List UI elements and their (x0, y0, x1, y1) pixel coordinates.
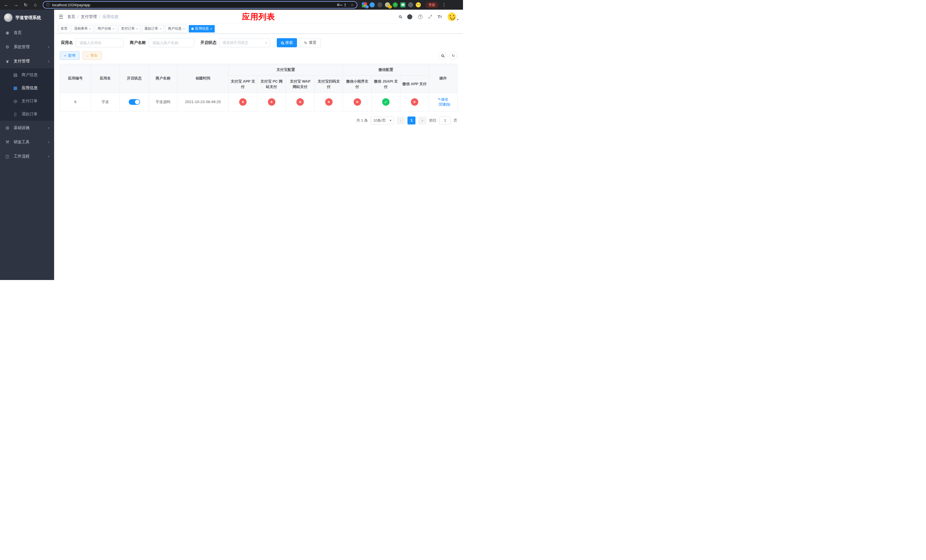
share-icon[interactable]: ↥ (343, 3, 346, 7)
extension-drop-icon[interactable] (369, 2, 375, 8)
cell-wechat-mini (343, 92, 372, 111)
bookmark-star-icon[interactable]: ☆ (351, 3, 354, 7)
breadcrumb-section[interactable]: 支付管理 (81, 14, 97, 20)
delete-button[interactable]: ⌧删除 (439, 102, 451, 106)
sidebar-item-dev-tools[interactable]: ⚒ 研发工具 ∨ (0, 135, 54, 149)
address-bar[interactable]: ⓘ localhost:1024/pay/app ↥ ☆ (43, 1, 357, 9)
tab-user-group[interactable]: 用户分组 × (95, 25, 117, 32)
tab-pay-order[interactable]: 支付订单 × (118, 25, 141, 32)
status-toggle[interactable] (129, 99, 140, 105)
edit-button[interactable]: ✎修改 (438, 97, 448, 101)
search-icon (441, 54, 444, 57)
sidebar-fold-icon[interactable]: ☰ (59, 14, 63, 20)
reset-button-label: 重置 (309, 40, 316, 45)
tab-home[interactable]: 首页 (58, 25, 70, 32)
export-button[interactable]: ↓ 导出 (83, 51, 102, 60)
sidebar-logo-row[interactable]: 芋道管理系统 (0, 10, 54, 26)
tab-process-form[interactable]: 流程表单 × (71, 25, 94, 32)
sidebar-item-workflow[interactable]: ◫ 工作流程 ∨ (0, 149, 54, 163)
toggle-search-button[interactable] (439, 51, 446, 59)
user-menu[interactable]: ▾ (448, 12, 458, 21)
extension-emoji-icon[interactable] (416, 2, 421, 8)
browser-menu-icon[interactable]: ⋮ (440, 2, 448, 8)
sidebar-item-infrastructure[interactable]: ⊞ 基础设施 ∨ (0, 121, 54, 135)
tab-refund-order[interactable]: 退款订单 × (142, 25, 164, 32)
sidebar-item-home[interactable]: ◉ 首页 (0, 26, 54, 40)
github-icon[interactable] (407, 14, 412, 20)
content: 应用名 商户名称 开启状态 请选择开启状态 ▾ 搜索 ↻ 重置 (54, 33, 463, 280)
cell-merchant: 芋道源码 (149, 92, 177, 111)
back-button[interactable]: ← (2, 1, 10, 9)
close-icon[interactable]: × (89, 27, 91, 30)
extension-avatar-icon[interactable]: 1 (385, 2, 390, 8)
chevron-down-icon: ∨ (48, 45, 50, 48)
next-page-button[interactable]: › (418, 117, 426, 124)
col-app-id: 应用编号 (60, 64, 91, 93)
extension-blocks-icon[interactable]: 10 (362, 2, 367, 8)
goto-page-input[interactable] (439, 117, 451, 124)
app-table: 应用编号 应用名 开启状态 商户名称 创建时间 支付宝配置 微信配置 操作 支付… (60, 64, 458, 111)
chrome-update-button[interactable]: 更新 (425, 2, 439, 8)
home-button[interactable]: ⌂ (31, 1, 39, 9)
logo-image (4, 14, 12, 22)
url-text[interactable]: localhost:1024/pay/app (52, 3, 335, 7)
extension-green-check-icon[interactable] (393, 2, 398, 8)
sidebar-item-payment[interactable]: ¥ 支付管理 ∧ (0, 54, 54, 68)
app-name-input[interactable] (76, 38, 124, 47)
close-icon[interactable]: × (136, 27, 138, 30)
extension-chat-icon[interactable] (400, 2, 406, 8)
status-cross-icon (325, 98, 333, 106)
page-size-select[interactable]: 10条/页 ▾ (371, 117, 394, 124)
app-title: 芋道管理系统 (15, 15, 41, 21)
font-size-icon[interactable]: TT (438, 14, 442, 19)
sidebar-item-system[interactable]: ⚙ 系统管理 ∨ (0, 40, 54, 54)
chevron-down-icon: ∨ (48, 141, 50, 144)
merchant-name-input[interactable] (149, 38, 194, 47)
edit-label: 修改 (441, 97, 448, 101)
fullscreen-icon[interactable]: ⤢ (428, 14, 432, 20)
breadcrumb-home[interactable]: 首页 (67, 14, 75, 20)
status-cross-icon (297, 98, 304, 106)
tools-icon: ⚒ (5, 139, 10, 145)
extension-dark-icon[interactable] (377, 2, 383, 8)
sidebar-item-app-info[interactable]: ▦ 应用信息 (0, 82, 54, 95)
sidebar-item-pay-order[interactable]: ◎ 支付订单 (0, 95, 54, 107)
close-icon[interactable]: × (183, 27, 185, 30)
help-icon[interactable]: ? (418, 15, 422, 19)
status-select[interactable]: 请选择开启状态 ▾ (219, 38, 270, 47)
chevron-down-icon: ∨ (48, 155, 50, 158)
sidebar-item-merchant-info[interactable]: ▤ 商户信息 (0, 68, 54, 82)
search-icon (281, 42, 284, 44)
sidebar-item-refund-order[interactable]: ▯ 退款订单 (0, 107, 54, 121)
browser-chrome: ← → ↻ ⌂ ⓘ localhost:1024/pay/app ↥ ☆ 10 … (0, 0, 463, 10)
refresh-table-button[interactable]: ↻ (449, 51, 457, 59)
avatar[interactable] (448, 12, 456, 21)
sidebar-item-label: 系统管理 (14, 44, 30, 50)
tab-app-info[interactable]: 应用信息 × (189, 25, 215, 32)
sidebar-item-label: 研发工具 (14, 139, 30, 145)
prev-page-button[interactable]: ‹ (396, 117, 405, 124)
tag-bar: 首页 流程表单 × 用户分组 × 支付订单 × 退款订单 × 商户信息 × (54, 24, 463, 33)
search-button[interactable]: 搜索 (277, 38, 297, 47)
password-key-icon[interactable] (337, 4, 339, 6)
add-button[interactable]: + 新增 (60, 51, 80, 60)
forward-button[interactable]: → (12, 1, 20, 9)
reset-button[interactable]: ↻ 重置 (300, 38, 321, 47)
extension-puzzle-icon[interactable] (408, 2, 413, 8)
payment-submenu: ▤ 商户信息 ▦ 应用信息 ◎ 支付订单 ▯ 退款订单 (0, 68, 54, 121)
close-icon[interactable]: × (210, 27, 212, 30)
close-icon[interactable]: × (159, 27, 161, 30)
col-alipay-pc: 支付宝 PC 网站支付 (257, 76, 286, 92)
chevron-down-icon: ∨ (48, 127, 50, 129)
tab-merchant-info[interactable]: 商户信息 × (165, 25, 188, 32)
gear-icon: ⚙ (5, 44, 10, 50)
site-info-icon[interactable]: ⓘ (46, 2, 50, 8)
table-row: 6 芋道 芋道源码 2021-10-23 08:49:25 (60, 92, 458, 111)
table-toolbar: + 新增 ↓ 导出 ↻ (60, 51, 457, 60)
search-icon[interactable] (399, 15, 401, 18)
reload-button[interactable]: ↻ (22, 1, 30, 9)
app-name-label: 应用名 (61, 40, 73, 45)
close-icon[interactable]: × (112, 27, 114, 30)
briefcase-icon: ◫ (5, 154, 10, 159)
page-number-button[interactable]: 1 (407, 117, 415, 124)
